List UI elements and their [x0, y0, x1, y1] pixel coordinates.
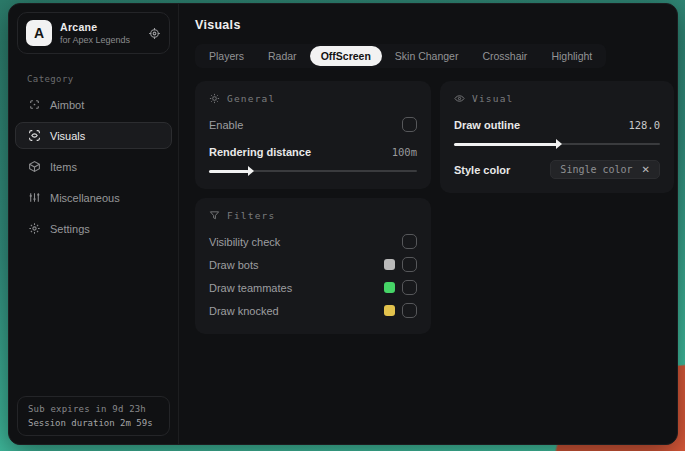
draw-knocked-label: Draw knocked: [209, 305, 279, 317]
gear-icon: [28, 222, 41, 235]
draw-outline-value: 128.0: [628, 119, 660, 131]
header-gear-icon[interactable]: [148, 27, 161, 40]
app-window: A Arcane for Apex Legends Category: [8, 3, 678, 445]
draw-knocked-color-swatch[interactable]: [384, 305, 395, 316]
visual-panel-title: Visual: [472, 93, 514, 104]
app-title-wrap: Arcane for Apex Legends: [60, 21, 140, 45]
right-column: Visual Draw outline 128.0 Style color: [440, 81, 674, 193]
sidebar-item-visuals[interactable]: Visuals: [15, 122, 172, 149]
sidebar: A Arcane for Apex Legends Category: [9, 4, 179, 444]
draw-outline-slider[interactable]: [454, 139, 660, 149]
sidebar-item-aimbot[interactable]: Aimbot: [15, 91, 172, 118]
enable-checkbox[interactable]: [402, 117, 417, 132]
sun-icon: [209, 93, 220, 104]
visibility-check-checkbox[interactable]: [402, 234, 417, 249]
sidebar-item-items[interactable]: Items: [15, 153, 172, 180]
style-color-select[interactable]: Single color ✕: [550, 160, 660, 179]
tab-players[interactable]: Players: [198, 46, 255, 66]
draw-knocked-checkbox[interactable]: [402, 303, 417, 318]
rendering-distance-row: Rendering distance 100m: [209, 141, 417, 162]
session-info-card: Sub expires in 9d 23h Session duration 2…: [17, 396, 170, 436]
app-header-card: A Arcane for Apex Legends: [17, 12, 170, 54]
general-panel-header: General: [209, 93, 417, 104]
enable-label: Enable: [209, 119, 243, 131]
style-color-selected-value: Single color: [560, 164, 632, 175]
panel-area: General Enable Rendering distance 100m: [195, 81, 674, 334]
filters-panel-title: Filters: [227, 210, 275, 221]
slider-fill: [454, 143, 557, 146]
sidebar-item-label: Aimbot: [50, 99, 84, 111]
box-icon: [28, 160, 41, 173]
slider-thumb[interactable]: [556, 139, 562, 149]
filters-panel-header: Filters: [209, 210, 417, 221]
main-content: Visuals Players Radar OffScreen Skin Cha…: [179, 4, 678, 444]
funnel-icon: [209, 210, 220, 221]
sliders-icon: [28, 191, 41, 204]
tab-skin-changer[interactable]: Skin Changer: [384, 46, 470, 66]
eye-icon: [454, 93, 465, 104]
left-column: General Enable Rendering distance 100m: [195, 81, 431, 334]
sidebar-item-label: Visuals: [50, 130, 85, 142]
rendering-distance-value: 100m: [392, 146, 417, 158]
style-color-row: Style color Single color ✕: [454, 159, 660, 180]
app-name: Arcane: [60, 21, 140, 33]
visual-panel: Visual Draw outline 128.0 Style color: [440, 81, 674, 193]
sidebar-item-label: Items: [50, 161, 77, 173]
tab-bar: Players Radar OffScreen Skin Changer Cro…: [195, 44, 606, 68]
tab-highlight[interactable]: Highlight: [540, 46, 603, 66]
eye-scan-icon: [28, 129, 41, 142]
slider-fill: [209, 170, 249, 173]
draw-outline-row: Draw outline 128.0: [454, 114, 660, 135]
draw-outline-label: Draw outline: [454, 119, 520, 131]
filters-panel: Filters Visibility check Draw bots: [195, 198, 431, 334]
draw-teammates-checkbox[interactable]: [402, 280, 417, 295]
app-logo: A: [26, 20, 52, 46]
sidebar-item-label: Miscellaneous: [50, 192, 120, 204]
visibility-check-row: Visibility check: [209, 231, 417, 252]
tab-crosshair[interactable]: Crosshair: [471, 46, 538, 66]
draw-teammates-row: Draw teammates: [209, 277, 417, 298]
crosshair-icon: [28, 98, 41, 111]
sidebar-item-miscellaneous[interactable]: Miscellaneous: [15, 184, 172, 211]
rendering-distance-slider[interactable]: [209, 166, 417, 176]
draw-bots-row: Draw bots: [209, 254, 417, 275]
visual-panel-header: Visual: [454, 93, 660, 104]
close-icon[interactable]: ✕: [642, 165, 650, 175]
general-panel: General Enable Rendering distance 100m: [195, 81, 431, 189]
tab-offscreen[interactable]: OffScreen: [310, 46, 382, 66]
page-title: Visuals: [195, 18, 674, 32]
slider-thumb[interactable]: [248, 166, 254, 176]
sidebar-item-label: Settings: [50, 223, 90, 235]
category-label: Category: [27, 74, 160, 84]
draw-teammates-label: Draw teammates: [209, 282, 292, 294]
general-panel-title: General: [227, 93, 275, 104]
style-color-label: Style color: [454, 164, 510, 176]
rendering-distance-label: Rendering distance: [209, 146, 311, 158]
tab-radar[interactable]: Radar: [257, 46, 308, 66]
draw-knocked-row: Draw knocked: [209, 300, 417, 321]
sidebar-item-settings[interactable]: Settings: [15, 215, 172, 242]
draw-bots-color-swatch[interactable]: [384, 259, 395, 270]
session-duration-text: Session duration 2m 59s: [28, 418, 159, 428]
sub-expires-text: Sub expires in 9d 23h: [28, 404, 159, 414]
draw-bots-checkbox[interactable]: [402, 257, 417, 272]
draw-teammates-color-swatch[interactable]: [384, 282, 395, 293]
visibility-check-label: Visibility check: [209, 236, 280, 248]
draw-bots-label: Draw bots: [209, 259, 259, 271]
sidebar-nav: Aimbot Visuals Items: [9, 90, 178, 243]
enable-row: Enable: [209, 114, 417, 135]
app-subtitle: for Apex Legends: [60, 35, 140, 45]
